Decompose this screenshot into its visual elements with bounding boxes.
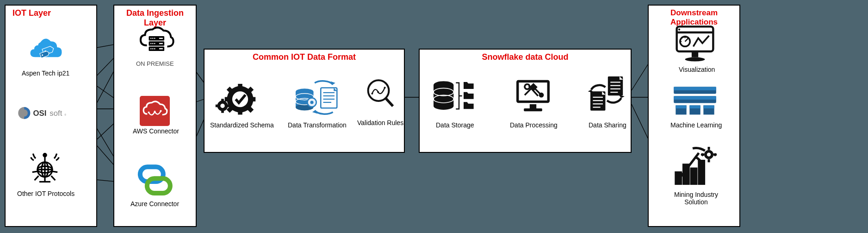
svg-rect-142: [708, 159, 710, 163]
common-title: Common IOT Data Format: [205, 52, 404, 62]
svg-point-44: [152, 38, 154, 39]
svg-point-92: [377, 91, 379, 93]
svg-point-56: [148, 112, 149, 113]
svg-rect-62: [238, 84, 242, 89]
svg-line-39: [52, 171, 57, 172]
svg-rect-129: [676, 105, 686, 108]
svg-point-53: [154, 48, 155, 50]
svg-rect-141: [708, 147, 710, 150]
ml-stack-icon: [672, 82, 718, 119]
iot-globe-icon: [26, 149, 63, 186]
ml-label: Machine Learning: [670, 121, 722, 129]
svg-rect-46: [159, 38, 163, 39]
processing-icon: [512, 75, 554, 117]
svg-point-72: [220, 104, 225, 108]
svg-text:soft: soft: [50, 109, 62, 118]
svg-rect-63: [238, 109, 242, 114]
gear-check-icon: [214, 75, 258, 119]
iot-layer-title: IOT Layer: [12, 8, 96, 18]
sharing-icon: [586, 73, 628, 117]
svg-rect-75: [216, 105, 219, 107]
svg-point-140: [707, 153, 711, 157]
svg-line-38: [32, 171, 37, 172]
transform-icon: [292, 75, 341, 117]
snowflake-box: Snowflake data Cloud Data Storage: [419, 49, 632, 153]
svg-point-123: [678, 29, 680, 31]
svg-text:OSI: OSI: [33, 109, 46, 118]
svg-point-91: [371, 93, 373, 94]
schema-label: Standardized Schema: [210, 121, 274, 129]
svg-point-58: [160, 110, 161, 112]
common-format-box: Common IOT Data Format: [204, 49, 405, 153]
svg-rect-102: [524, 108, 542, 111]
svg-point-49: [154, 43, 155, 44]
svg-point-52: [152, 48, 154, 50]
svg-point-47: [150, 43, 152, 44]
viz-monitor-icon: [674, 24, 716, 63]
svg-rect-115: [677, 26, 713, 51]
aspen-label: Aspen Tech ip21: [22, 69, 69, 77]
svg-rect-127: [674, 96, 716, 100]
svg-line-90: [385, 98, 393, 107]
azure-label: Azure Connector: [130, 200, 179, 208]
snowflake-title: Snowflake data Cloud: [420, 52, 631, 62]
svg-rect-76: [227, 105, 230, 107]
svg-point-93: [384, 87, 386, 88]
sharing-label: Data Sharing: [589, 121, 626, 129]
svg-rect-60: [147, 178, 170, 193]
processing-label: Data Processing: [510, 121, 558, 129]
svg-point-118: [685, 57, 705, 62]
svg-rect-74: [221, 110, 224, 113]
svg-point-33: [43, 154, 46, 157]
svg-point-83: [310, 101, 314, 104]
other-iot-label: Other IOT Protocols: [17, 190, 74, 197]
svg-line-36: [35, 176, 39, 181]
svg-point-45: [154, 38, 155, 39]
svg-line-37: [51, 176, 56, 181]
svg-point-43: [150, 38, 152, 39]
mining-icon: [672, 145, 718, 189]
downstream-box: Downstream Applications Visualization: [648, 5, 740, 227]
svg-rect-133: [703, 105, 714, 108]
svg-text:®: ®: [64, 113, 66, 116]
svg-rect-64: [225, 97, 230, 102]
svg-point-51: [150, 48, 152, 50]
mining-label: Mining Industry Solution: [674, 191, 718, 206]
svg-point-104: [539, 94, 543, 97]
svg-rect-73: [221, 99, 224, 102]
aws-label: AWS Connector: [133, 127, 179, 135]
validate-icon: [362, 75, 399, 112]
transform-label: Data Transformation: [288, 121, 347, 129]
svg-point-48: [152, 43, 154, 44]
svg-point-57: [154, 111, 155, 113]
svg-rect-136: [691, 169, 697, 184]
osisoft-logo-icon: OSI soft ®: [17, 105, 77, 121]
aws-connector-icon: [140, 96, 170, 126]
iot-layer-box: IOT Layer Aspen Tech ip21 OSI soft ®: [5, 5, 97, 227]
svg-rect-50: [159, 43, 163, 44]
svg-rect-101: [530, 104, 536, 108]
svg-rect-54: [159, 48, 163, 49]
ingestion-layer-box: Data Ingestion Layer ON PREMISE: [113, 5, 197, 227]
validate-label: Validation Rules: [357, 119, 403, 126]
svg-rect-125: [674, 87, 716, 90]
onprem-cloud-icon: [136, 25, 176, 58]
svg-rect-65: [250, 97, 255, 102]
svg-rect-117: [692, 52, 698, 57]
svg-line-120: [685, 38, 688, 41]
onprem-label: ON PREMISE: [136, 60, 174, 67]
azure-connector-icon: [135, 163, 174, 198]
cloud-tag-icon: [26, 31, 66, 63]
storage-icon: [431, 75, 477, 117]
svg-rect-131: [689, 105, 700, 108]
storage-label: Data Storage: [436, 121, 474, 129]
viz-label: Visualization: [679, 66, 715, 73]
